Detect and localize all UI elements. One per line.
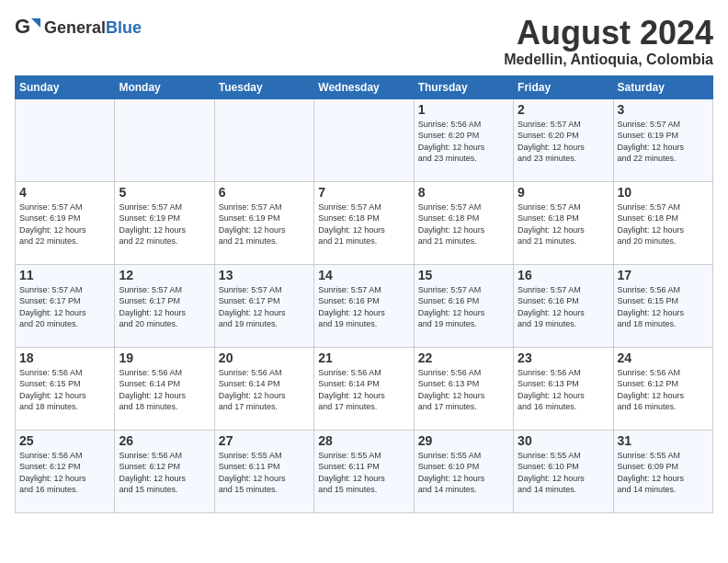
cell-day-number: 18 (19, 350, 110, 365)
cell-info: Sunrise: 5:56 AM Sunset: 6:14 PM Dayligh… (318, 367, 409, 413)
calendar-cell: 28Sunrise: 5:55 AM Sunset: 6:11 PM Dayli… (314, 430, 414, 512)
cell-day-number: 3 (618, 102, 709, 117)
calendar-cell: 7Sunrise: 5:57 AM Sunset: 6:18 PM Daylig… (314, 181, 414, 264)
calendar-cell: 31Sunrise: 5:55 AM Sunset: 6:09 PM Dayli… (613, 430, 712, 512)
calendar-cell (16, 98, 115, 181)
cell-info: Sunrise: 5:57 AM Sunset: 6:17 PM Dayligh… (19, 284, 110, 330)
cell-info: Sunrise: 5:57 AM Sunset: 6:16 PM Dayligh… (518, 284, 609, 330)
cell-day-number: 16 (518, 268, 609, 282)
cell-day-number: 4 (19, 185, 110, 200)
cell-day-number: 17 (618, 268, 709, 282)
calendar-cell: 3Sunrise: 5:57 AM Sunset: 6:19 PM Daylig… (613, 98, 712, 181)
day-header-friday: Friday (514, 75, 613, 98)
calendar-cell: 11Sunrise: 5:57 AM Sunset: 6:17 PM Dayli… (16, 264, 115, 347)
cell-day-number: 7 (318, 185, 409, 200)
cell-info: Sunrise: 5:57 AM Sunset: 6:18 PM Dayligh… (618, 201, 709, 247)
cell-info: Sunrise: 5:56 AM Sunset: 6:15 PM Dayligh… (618, 284, 709, 330)
page-subtitle: Medellin, Antioquia, Colombia (504, 52, 713, 68)
cell-info: Sunrise: 5:57 AM Sunset: 6:19 PM Dayligh… (119, 201, 210, 247)
calendar-cell: 8Sunrise: 5:57 AM Sunset: 6:18 PM Daylig… (414, 181, 513, 264)
calendar-cell: 10Sunrise: 5:57 AM Sunset: 6:18 PM Dayli… (613, 181, 712, 264)
calendar-table: SundayMondayTuesdayWednesdayThursdayFrid… (15, 75, 713, 513)
cell-info: Sunrise: 5:56 AM Sunset: 6:12 PM Dayligh… (618, 367, 709, 413)
cell-info: Sunrise: 5:57 AM Sunset: 6:18 PM Dayligh… (318, 201, 409, 247)
day-header-tuesday: Tuesday (214, 75, 313, 98)
cell-day-number: 31 (618, 433, 709, 448)
cell-info: Sunrise: 5:55 AM Sunset: 6:10 PM Dayligh… (418, 450, 509, 496)
cell-day-number: 27 (219, 433, 310, 448)
cell-info: Sunrise: 5:56 AM Sunset: 6:14 PM Dayligh… (119, 367, 210, 413)
cell-day-number: 22 (418, 350, 509, 365)
calendar-cell: 19Sunrise: 5:56 AM Sunset: 6:14 PM Dayli… (115, 347, 214, 430)
calendar-cell (115, 98, 214, 181)
calendar-cell: 9Sunrise: 5:57 AM Sunset: 6:18 PM Daylig… (514, 181, 613, 264)
cell-info: Sunrise: 5:56 AM Sunset: 6:13 PM Dayligh… (518, 367, 609, 413)
cell-info: Sunrise: 5:56 AM Sunset: 6:14 PM Dayligh… (219, 367, 310, 413)
cell-day-number: 2 (518, 102, 609, 117)
cell-day-number: 20 (219, 350, 310, 365)
cell-info: Sunrise: 5:55 AM Sunset: 6:11 PM Dayligh… (318, 450, 409, 496)
calendar-cell: 12Sunrise: 5:57 AM Sunset: 6:17 PM Dayli… (115, 264, 214, 347)
cell-info: Sunrise: 5:57 AM Sunset: 6:19 PM Dayligh… (19, 201, 110, 247)
title-area: August 2024 Medellin, Antioquia, Colombi… (504, 15, 713, 68)
calendar-cell: 22Sunrise: 5:56 AM Sunset: 6:13 PM Dayli… (414, 347, 513, 430)
cell-info: Sunrise: 5:56 AM Sunset: 6:15 PM Dayligh… (19, 367, 110, 413)
logo-general: GeneralBlue (44, 18, 142, 38)
cell-day-number: 6 (219, 185, 310, 200)
calendar-week-2: 4Sunrise: 5:57 AM Sunset: 6:19 PM Daylig… (16, 181, 713, 264)
cell-day-number: 1 (418, 102, 509, 117)
page-header: G GeneralBlue August 2024 Medellin, Anti… (15, 15, 713, 68)
cell-day-number: 5 (119, 185, 210, 200)
calendar-week-4: 18Sunrise: 5:56 AM Sunset: 6:15 PM Dayli… (16, 347, 713, 430)
cell-info: Sunrise: 5:57 AM Sunset: 6:18 PM Dayligh… (418, 201, 509, 247)
cell-day-number: 14 (318, 268, 409, 282)
day-header-thursday: Thursday (414, 75, 513, 98)
cell-info: Sunrise: 5:57 AM Sunset: 6:18 PM Dayligh… (518, 201, 609, 247)
calendar-cell: 21Sunrise: 5:56 AM Sunset: 6:14 PM Dayli… (314, 347, 414, 430)
calendar-cell: 20Sunrise: 5:56 AM Sunset: 6:14 PM Dayli… (214, 347, 313, 430)
calendar-week-1: 1Sunrise: 5:56 AM Sunset: 6:20 PM Daylig… (16, 98, 713, 181)
calendar-cell: 24Sunrise: 5:56 AM Sunset: 6:12 PM Dayli… (613, 347, 712, 430)
day-header-saturday: Saturday (613, 75, 712, 98)
logo: G GeneralBlue (15, 15, 142, 40)
calendar-cell: 27Sunrise: 5:55 AM Sunset: 6:11 PM Dayli… (214, 430, 313, 512)
calendar-cell: 4Sunrise: 5:57 AM Sunset: 6:19 PM Daylig… (16, 181, 115, 264)
calendar-cell: 18Sunrise: 5:56 AM Sunset: 6:15 PM Dayli… (16, 347, 115, 430)
cell-day-number: 23 (518, 350, 609, 365)
cell-info: Sunrise: 5:56 AM Sunset: 6:12 PM Dayligh… (119, 450, 210, 496)
cell-info: Sunrise: 5:57 AM Sunset: 6:16 PM Dayligh… (318, 284, 409, 330)
calendar-cell: 23Sunrise: 5:56 AM Sunset: 6:13 PM Dayli… (514, 347, 613, 430)
calendar-cell: 30Sunrise: 5:55 AM Sunset: 6:10 PM Dayli… (514, 430, 613, 512)
cell-day-number: 21 (318, 350, 409, 365)
calendar-cell (214, 98, 313, 181)
day-header-monday: Monday (115, 75, 214, 98)
calendar-cell: 2Sunrise: 5:57 AM Sunset: 6:20 PM Daylig… (514, 98, 613, 181)
cell-info: Sunrise: 5:57 AM Sunset: 6:19 PM Dayligh… (618, 119, 709, 165)
calendar-cell: 6Sunrise: 5:57 AM Sunset: 6:19 PM Daylig… (214, 181, 313, 264)
cell-info: Sunrise: 5:57 AM Sunset: 6:17 PM Dayligh… (219, 284, 310, 330)
cell-info: Sunrise: 5:55 AM Sunset: 6:09 PM Dayligh… (618, 450, 709, 496)
calendar-week-5: 25Sunrise: 5:56 AM Sunset: 6:12 PM Dayli… (16, 430, 713, 512)
cell-info: Sunrise: 5:56 AM Sunset: 6:12 PM Dayligh… (19, 450, 110, 496)
calendar-cell: 14Sunrise: 5:57 AM Sunset: 6:16 PM Dayli… (314, 264, 414, 347)
cell-info: Sunrise: 5:57 AM Sunset: 6:17 PM Dayligh… (119, 284, 210, 330)
calendar-cell: 13Sunrise: 5:57 AM Sunset: 6:17 PM Dayli… (214, 264, 313, 347)
cell-day-number: 13 (219, 268, 310, 282)
svg-marker-1 (31, 18, 40, 28)
calendar-week-3: 11Sunrise: 5:57 AM Sunset: 6:17 PM Dayli… (16, 264, 713, 347)
calendar-cell: 26Sunrise: 5:56 AM Sunset: 6:12 PM Dayli… (115, 430, 214, 512)
cell-day-number: 9 (518, 185, 609, 200)
cell-day-number: 19 (119, 350, 210, 365)
cell-day-number: 29 (418, 433, 509, 448)
cell-day-number: 24 (618, 350, 709, 365)
cell-info: Sunrise: 5:55 AM Sunset: 6:10 PM Dayligh… (518, 450, 609, 496)
cell-day-number: 26 (119, 433, 210, 448)
cell-day-number: 30 (518, 433, 609, 448)
calendar-cell: 29Sunrise: 5:55 AM Sunset: 6:10 PM Dayli… (414, 430, 513, 512)
cell-day-number: 12 (119, 268, 210, 282)
calendar-header: SundayMondayTuesdayWednesdayThursdayFrid… (16, 75, 713, 98)
cell-info: Sunrise: 5:56 AM Sunset: 6:20 PM Dayligh… (418, 119, 509, 165)
calendar-cell: 15Sunrise: 5:57 AM Sunset: 6:16 PM Dayli… (414, 264, 513, 347)
cell-day-number: 11 (19, 268, 110, 282)
cell-info: Sunrise: 5:57 AM Sunset: 6:20 PM Dayligh… (518, 119, 609, 165)
